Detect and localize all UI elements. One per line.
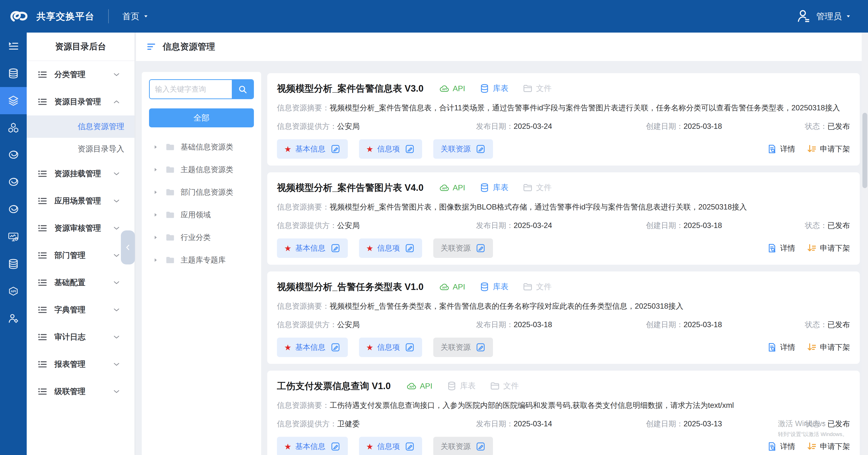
card-button-2[interactable]: 关联资源	[433, 238, 493, 258]
edit-icon	[405, 144, 415, 154]
cloud-api-icon: API	[439, 182, 450, 193]
card-button-0[interactable]: ★基本信息	[277, 437, 348, 455]
tag-label: 文件	[536, 281, 552, 292]
rail-item-api-stamp-9[interactable]: API	[0, 278, 27, 305]
rail-item-swirl-4[interactable]	[0, 141, 27, 169]
detail-action[interactable]: 详情	[767, 342, 795, 353]
sidebar-item-0[interactable]: 分类管理	[27, 61, 134, 88]
user-menu[interactable]: 管理员	[816, 11, 851, 22]
card-button-1[interactable]: ★信息项	[359, 437, 422, 455]
folder-icon	[165, 165, 175, 175]
rail-item-hexagon-cluster-3[interactable]	[0, 114, 27, 141]
resource-summary: 信息资源摘要：视频模型分析_案件告警信息表，合计11类场景，通过告警事件id字段…	[277, 103, 850, 113]
tag-db-table: 库表	[446, 380, 475, 391]
caret-right-icon	[152, 189, 159, 195]
card-button-0[interactable]: ★基本信息	[277, 338, 348, 357]
nav-home[interactable]: 首页	[122, 11, 149, 22]
sidebar-item-1[interactable]: 资源目录管理	[27, 88, 134, 115]
file-icon	[490, 380, 500, 391]
chevron-down-icon	[113, 279, 120, 287]
card-button-2[interactable]: 关联资源	[433, 139, 493, 159]
detail-action[interactable]: 详情	[767, 243, 795, 254]
unlist-action[interactable]: 申请下架	[806, 144, 850, 154]
sidebar-item-label: 报表管理	[54, 359, 86, 370]
card-button-label: 信息项	[377, 243, 400, 253]
sidebar-item-label: 应用场景管理	[54, 196, 101, 206]
resource-meta: 信息资源提供方：卫健委 发布日期：2025-03-14 创建日期：2025-03…	[277, 419, 850, 429]
rail-item-swirl-6[interactable]	[0, 196, 27, 223]
brand-logo-icon	[7, 5, 30, 28]
card-button-1[interactable]: ★信息项	[359, 338, 422, 357]
list-icon	[37, 96, 48, 108]
filter-panel: 全部 基础信息资源类 主题信息资源类 部门信息资源类 应用领域 行业分类 主题库…	[142, 72, 261, 455]
unlist-action[interactable]: 申请下架	[806, 441, 850, 452]
vertical-scrollbar[interactable]	[862, 33, 868, 455]
scrollbar-thumb[interactable]	[862, 113, 867, 188]
status-badge: 状态：已发布	[805, 320, 850, 330]
resource-title: 视频模型分析_案件告警图片表 V4.0	[277, 181, 424, 194]
tree-node-label: 主题库专题库	[181, 255, 226, 265]
required-star-icon: ★	[366, 145, 374, 153]
sidebar-subitem-1-0[interactable]: 信息资源管理	[27, 115, 134, 138]
status-badge: 状态：已发布	[805, 419, 850, 429]
create-date: 创建日期：2025-03-18	[646, 320, 805, 330]
list-icon	[37, 195, 48, 207]
sidebar-collapse-handle[interactable]	[121, 230, 135, 264]
unlist-icon	[806, 144, 817, 154]
list-icon	[37, 250, 48, 261]
rail-item-database-1[interactable]	[0, 60, 27, 87]
rail-item-collapse-menu-0[interactable]	[0, 33, 27, 60]
tree-node-0[interactable]: 基础信息资源类	[149, 136, 254, 158]
category-tree: 基础信息资源类 主题信息资源类 部门信息资源类 应用领域 行业分类 主题库专题库	[149, 136, 254, 271]
swirl-icon	[7, 204, 19, 215]
card-button-0[interactable]: ★基本信息	[277, 139, 348, 159]
caret-right-icon	[152, 234, 159, 240]
sidebar-item-9[interactable]: 报表管理	[27, 351, 134, 378]
sidebar-item-7[interactable]: 字典管理	[27, 296, 134, 323]
detail-action[interactable]: 详情	[767, 441, 795, 452]
top-header: 共享交换平台 首页 管理员	[0, 0, 868, 33]
svg-text:API: API	[11, 289, 16, 293]
edit-icon	[475, 144, 486, 154]
sidebar-item-8[interactable]: 审计日志	[27, 323, 134, 351]
card-button-0[interactable]: ★基本信息	[277, 238, 348, 258]
card-button-2[interactable]: 关联资源	[433, 437, 493, 455]
unlist-action[interactable]: 申请下架	[806, 243, 850, 254]
rail-item-swirl-5[interactable]	[0, 169, 27, 196]
tree-node-2[interactable]: 部门信息资源类	[149, 181, 254, 203]
tree-node-label: 行业分类	[181, 232, 211, 243]
sidebar-subitem-1-1[interactable]: 资源目录导入	[27, 138, 134, 160]
all-categories-button[interactable]: 全部	[149, 108, 254, 127]
resource-meta: 信息资源提供方：公安局 发布日期：2025-03-24 创建日期：2025-03…	[277, 121, 850, 132]
unlist-action[interactable]: 申请下架	[806, 342, 850, 353]
required-star-icon: ★	[284, 244, 291, 252]
rail-item-database-8[interactable]	[0, 250, 27, 278]
sidebar-item-10[interactable]: 级联管理	[27, 378, 134, 405]
sidebar-item-2[interactable]: 资源挂载管理	[27, 160, 134, 188]
hexagon-cluster-icon	[7, 122, 19, 134]
tree-node-5[interactable]: 主题库专题库	[149, 249, 254, 271]
card-button-1[interactable]: ★信息项	[359, 139, 422, 159]
list-icon	[37, 223, 48, 234]
tree-node-1[interactable]: 主题信息资源类	[149, 158, 254, 181]
rail-item-user-gear-10[interactable]	[0, 305, 27, 332]
resource-summary: 信息资源摘要：工伤待遇支付发票信息查询接口，入参为医院内部的医院编码和发票号码,…	[277, 400, 850, 410]
detail-icon	[767, 243, 777, 254]
search-input[interactable]	[150, 80, 232, 98]
tree-node-3[interactable]: 应用领域	[149, 203, 254, 226]
sidebar-item-5[interactable]: 部门管理	[27, 242, 134, 269]
card-button-1[interactable]: ★信息项	[359, 238, 422, 258]
sidebar-item-6[interactable]: 基础配置	[27, 269, 134, 296]
rail-item-layers-2[interactable]	[0, 87, 27, 114]
card-button-2[interactable]: 关联资源	[433, 338, 493, 357]
rail-item-monitor-gear-7[interactable]	[0, 223, 27, 250]
detail-action[interactable]: 详情	[767, 144, 795, 154]
tag-label: 库表	[460, 380, 475, 391]
sidebar-item-4[interactable]: 资源审核管理	[27, 215, 134, 242]
sidebar-item-3[interactable]: 应用场景管理	[27, 188, 134, 215]
unlist-label: 申请下架	[820, 442, 850, 452]
resource-title: 视频模型分析_告警任务类型表 V1.0	[277, 281, 424, 293]
tree-node-4[interactable]: 行业分类	[149, 226, 254, 249]
required-star-icon: ★	[284, 443, 291, 451]
search-button[interactable]	[232, 80, 253, 98]
